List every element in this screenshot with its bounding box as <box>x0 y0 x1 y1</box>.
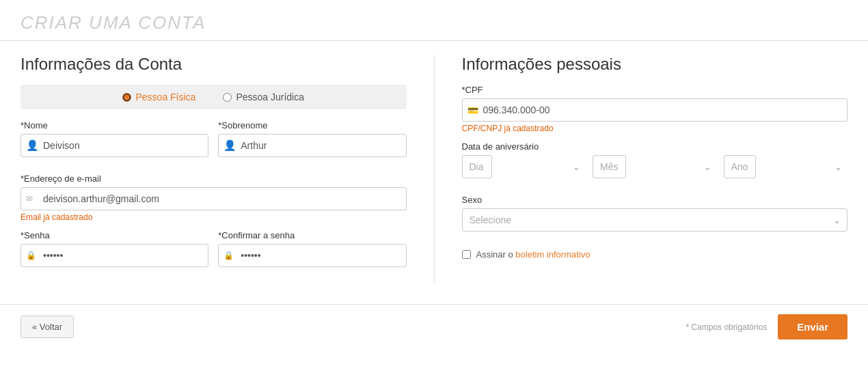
footer-bar: « Voltar * Campos obrigatórios Enviar <box>0 304 868 349</box>
back-button[interactable]: « Voltar <box>21 316 74 338</box>
birthday-label: Data de aniversário <box>462 141 848 152</box>
sexo-label: Sexo <box>462 195 848 205</box>
page-header: CRIAR UMA CONTA <box>0 0 868 41</box>
required-note: * Campos obrigatórios <box>686 322 767 332</box>
confirmar-senha-label: *Confirmar a senha <box>218 230 406 240</box>
cpf-error: CPF/CNPJ já cadastrado <box>462 124 848 133</box>
mes-wrapper: Mês ⌄ <box>593 155 717 178</box>
confirmar-senha-group: *Confirmar a senha 🔒 <box>218 230 406 267</box>
cpf-label: *CPF <box>462 85 848 95</box>
nome-input[interactable] <box>21 134 208 157</box>
email-error: Email já cadastrado <box>21 212 407 222</box>
email-icon: ✉ <box>26 194 33 204</box>
sexo-select-wrapper: Selecione Masculino Feminino ⌄ <box>462 208 848 232</box>
sobrenome-label: *Sobrenome <box>218 120 406 130</box>
radio-juridica-label: Pessoa Jurídica <box>236 92 304 102</box>
nome-group: *Nome 👤 <box>21 120 208 157</box>
email-input-wrapper: ✉ <box>21 187 407 210</box>
radio-fisica-label: Pessoa Física <box>135 92 195 102</box>
radio-fisica-input[interactable] <box>122 93 131 102</box>
main-content: Informações da Conta Pessoa Física Pesso… <box>0 41 868 297</box>
password-row: *Senha 🔒 *Confirmar a senha 🔒 <box>21 230 407 275</box>
dia-arrow-icon: ⌄ <box>573 162 580 172</box>
sobrenome-user-icon: 👤 <box>223 139 236 152</box>
dia-select[interactable]: Dia <box>462 155 492 178</box>
person-type-group: Pessoa Física Pessoa Jurídica <box>21 85 407 109</box>
email-input[interactable] <box>21 187 407 210</box>
birthday-group: Data de aniversário Dia ⌄ Mês ⌄ Ano <box>462 141 848 186</box>
submit-button[interactable]: Enviar <box>778 314 847 340</box>
dia-wrapper: Dia ⌄ <box>462 155 586 178</box>
senha-label: *Senha <box>21 230 208 240</box>
page-title: CRIAR UMA CONTA <box>21 12 847 33</box>
sobrenome-input-wrapper: 👤 <box>218 134 406 157</box>
confirmar-senha-input-wrapper: 🔒 <box>218 244 406 267</box>
confirmar-senha-lock-icon: 🔒 <box>223 251 234 260</box>
mes-arrow-icon: ⌄ <box>704 162 711 172</box>
sexo-group: Sexo Selecione Masculino Feminino ⌄ <box>462 195 848 241</box>
right-section-title: Informações pessoais <box>462 55 848 74</box>
ano-select[interactable]: Ano <box>724 155 756 178</box>
newsletter-row: Assinar o boletim informativo <box>462 249 848 260</box>
email-group: *Endereço de e-mail ✉ Email já cadastrad… <box>21 174 407 222</box>
right-section: Informações pessoais *CPF 💳 CPF/CNPJ já … <box>434 55 848 283</box>
email-label: *Endereço de e-mail <box>21 174 407 184</box>
sexo-select[interactable]: Selecione Masculino Feminino <box>462 208 848 232</box>
mes-select[interactable]: Mês <box>593 155 626 178</box>
senha-lock-icon: 🔒 <box>26 251 36 260</box>
senha-input-wrapper: 🔒 <box>21 244 208 267</box>
nome-label: *Nome <box>21 120 208 130</box>
ano-arrow-icon: ⌄ <box>835 162 842 172</box>
confirmar-senha-input[interactable] <box>218 244 406 267</box>
footer-actions: * Campos obrigatórios Enviar <box>686 314 847 340</box>
cpf-input-wrapper: 💳 <box>462 98 848 122</box>
radio-juridica[interactable]: Pessoa Jurídica <box>223 92 304 102</box>
nome-user-icon: 👤 <box>26 139 39 152</box>
left-section: Informações da Conta Pessoa Física Pesso… <box>21 55 407 283</box>
radio-juridica-input[interactable] <box>223 93 232 102</box>
newsletter-checkbox[interactable] <box>462 250 471 259</box>
senha-group: *Senha 🔒 <box>21 230 208 267</box>
left-section-title: Informações da Conta <box>21 55 407 74</box>
name-row: *Nome 👤 *Sobrenome 👤 <box>21 120 407 165</box>
senha-input[interactable] <box>21 244 208 267</box>
sobrenome-group: *Sobrenome 👤 <box>218 120 406 157</box>
ano-wrapper: Ano ⌄ <box>724 155 848 178</box>
birthday-selects-row: Dia ⌄ Mês ⌄ Ano ⌄ <box>462 155 848 178</box>
newsletter-label[interactable]: Assinar o boletim informativo <box>476 249 591 260</box>
sobrenome-input[interactable] <box>218 134 406 157</box>
nome-input-wrapper: 👤 <box>21 134 208 157</box>
cpf-group: *CPF 💳 CPF/CNPJ já cadastrado <box>462 85 848 133</box>
cpf-input[interactable] <box>462 98 848 122</box>
radio-fisica[interactable]: Pessoa Física <box>122 92 195 102</box>
cpf-card-icon: 💳 <box>467 105 478 115</box>
